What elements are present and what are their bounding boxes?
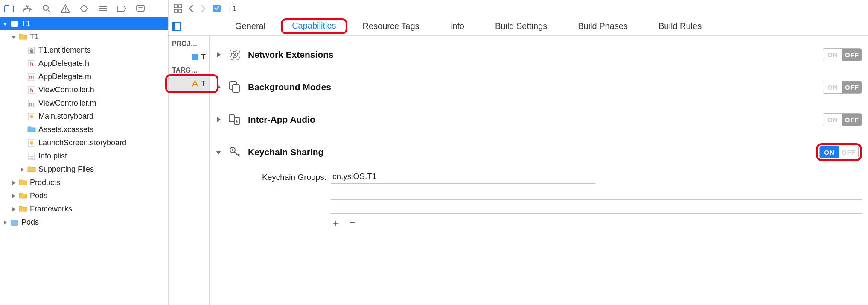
disclosure-icon[interactable]: [216, 52, 221, 58]
keychain-group-field[interactable]: cn.ysiOS.T1: [331, 171, 595, 184]
tree-row[interactable]: T1: [0, 30, 168, 44]
disclosure-closed-icon[interactable]: [11, 207, 16, 212]
disclosure-closed-icon[interactable]: [3, 220, 8, 225]
breakpoint-icon[interactable]: [117, 4, 126, 13]
search-icon[interactable]: [42, 4, 51, 13]
tree-row[interactable]: Main.storyboard: [0, 110, 168, 123]
tree-row[interactable]: Assets.xcassets: [0, 123, 168, 136]
jump-bar: T1: [169, 0, 868, 17]
toggle-highlight: ONOFF: [816, 143, 862, 161]
keychain-group-empty-row[interactable]: [331, 200, 862, 214]
network-icon: [227, 47, 242, 62]
tab-info[interactable]: Info: [443, 20, 471, 33]
tree-row[interactable]: Pods: [0, 189, 168, 202]
tree-item-label: LaunchScreen.storyboard: [38, 138, 126, 147]
disclosure-icon[interactable]: [216, 117, 221, 123]
editor-tabs: General Capabilities Resource Tags Info …: [169, 17, 868, 36]
back-icon[interactable]: [188, 4, 194, 13]
capability-row: Background ModesONOFF: [216, 71, 862, 103]
disclosure-closed-icon[interactable]: [11, 194, 16, 199]
add-icon[interactable]: ＋: [331, 216, 341, 230]
capability-toggle[interactable]: ONOFF: [819, 146, 859, 158]
forward-icon[interactable]: [200, 4, 206, 13]
keychain-group-empty-row[interactable]: [331, 186, 862, 200]
file-icon: [19, 33, 27, 41]
tab-build-settings[interactable]: Build Settings: [488, 20, 554, 33]
capability-toggle[interactable]: ONOFF: [823, 48, 862, 61]
targets-heading: TARG…: [169, 64, 209, 77]
svg-rect-48: [232, 85, 240, 92]
tree-row[interactable]: Frameworks: [0, 202, 168, 216]
tab-build-rules[interactable]: Build Rules: [652, 20, 708, 33]
report-icon[interactable]: [136, 4, 145, 13]
svg-text:h: h: [30, 61, 33, 67]
capabilities-panel: Network ExtensionsONOFFBackground ModesO…: [210, 36, 868, 305]
svg-rect-15: [11, 21, 18, 27]
file-icon: [19, 192, 27, 200]
disclosure-icon[interactable]: [216, 149, 221, 155]
disclosure-closed-icon[interactable]: [20, 167, 25, 172]
proj-icon: [212, 4, 221, 13]
tree-row[interactable]: Pods: [0, 216, 168, 229]
disclosure-open-icon[interactable]: [11, 35, 16, 40]
file-icon: h: [27, 59, 36, 68]
tree-item-label: Assets.xcassets: [38, 125, 93, 134]
target-item-label: T: [201, 79, 206, 88]
project-navigator: T1T1T1.entitlementshAppDelegate.hmAppDel…: [0, 0, 169, 305]
tab-build-phases[interactable]: Build Phases: [571, 20, 635, 33]
svg-point-5: [43, 5, 48, 10]
jump-bar-title[interactable]: T1: [227, 4, 237, 13]
capability-name: Network Extensions: [248, 50, 334, 60]
disclosure-icon[interactable]: [216, 84, 221, 90]
tree-row[interactable]: hViewController.h: [0, 83, 168, 97]
capability-toggle[interactable]: ONOFF: [823, 81, 862, 94]
capability-toggle[interactable]: ONOFF: [823, 113, 862, 126]
files-tab-icon[interactable]: [4, 4, 14, 13]
keychain-groups-label: Keychain Groups:: [254, 173, 326, 182]
tree-item-label: Pods: [30, 191, 47, 200]
target-item[interactable]: T: [169, 77, 209, 91]
tab-general[interactable]: General: [228, 20, 272, 33]
tree-row[interactable]: T1.entitlements: [0, 44, 168, 57]
tab-resource-tags[interactable]: Resource Tags: [356, 20, 426, 33]
file-icon: [27, 112, 36, 121]
svg-rect-18: [30, 50, 33, 53]
disclosure-open-icon[interactable]: [3, 21, 8, 26]
tree-row[interactable]: Info.plist: [0, 150, 168, 163]
tree-item-label: T1: [30, 32, 39, 41]
tree-item-label: ViewController.m: [38, 99, 96, 108]
tree-row[interactable]: T1: [0, 17, 168, 30]
tree-item-label: Main.storyboard: [38, 112, 93, 121]
tree-row[interactable]: LaunchScreen.storyboard: [0, 136, 168, 150]
related-items-icon[interactable]: [174, 4, 182, 13]
show-targets-icon[interactable]: [172, 22, 181, 31]
svg-rect-38: [174, 9, 177, 12]
project-item-label: T: [201, 53, 206, 62]
file-icon: [27, 126, 36, 134]
debug-icon[interactable]: [98, 4, 108, 13]
tree-row[interactable]: Supporting Files: [0, 163, 168, 176]
svg-rect-2: [26, 5, 29, 7]
remove-icon[interactable]: −: [350, 216, 355, 230]
hierarchy-icon[interactable]: [23, 4, 32, 13]
disclosure-closed-icon[interactable]: [11, 180, 16, 185]
svg-rect-41: [192, 54, 198, 60]
file-tree[interactable]: T1T1T1.entitlementshAppDelegate.hmAppDel…: [0, 17, 168, 305]
tab-capabilities[interactable]: Capabilities: [292, 21, 336, 30]
navigator-toolbar: [0, 0, 168, 17]
tree-row[interactable]: Products: [0, 176, 168, 189]
tree-item-label: Frameworks: [30, 205, 72, 214]
key-icon: [227, 145, 242, 159]
tree-row[interactable]: mAppDelegate.m: [0, 70, 168, 83]
file-icon: [27, 152, 36, 161]
file-icon: [27, 165, 36, 174]
warning-icon[interactable]: [61, 4, 70, 13]
project-item[interactable]: T: [169, 50, 209, 64]
svg-text:m: m: [29, 74, 34, 80]
tree-row[interactable]: hAppDelegate.h: [0, 57, 168, 70]
file-icon: [10, 20, 19, 28]
file-icon: m: [27, 73, 36, 81]
capability-name: Inter-App Audio: [248, 114, 315, 125]
test-icon[interactable]: [79, 4, 89, 13]
tree-row[interactable]: mViewController.m: [0, 97, 168, 110]
